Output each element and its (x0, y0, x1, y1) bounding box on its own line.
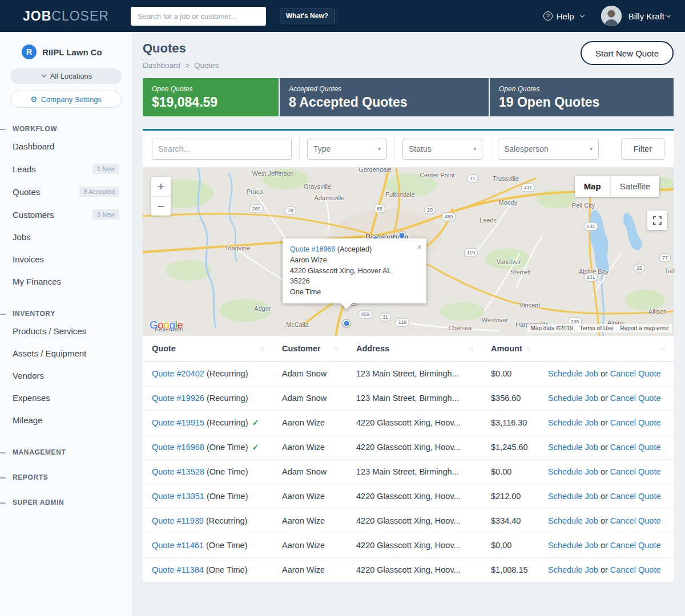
close-icon[interactable]: × (417, 241, 422, 254)
customer-cell: Aaron Wize (273, 484, 347, 509)
stat-card[interactable]: Open Quotes 19 Open Quotes (490, 78, 674, 116)
column-header-amount[interactable]: Amount↑↓ (482, 336, 539, 362)
stats-row: Open Quotes $19,084.59 Accepted Quotes 8… (143, 78, 674, 116)
schedule-job-link[interactable]: Schedule Job (548, 492, 598, 501)
cancel-quote-link[interactable]: Cancel Quote (610, 394, 661, 403)
sidebar-item-my-finances[interactable]: My Finances (0, 270, 132, 293)
cancel-quote-link[interactable]: Cancel Quote (610, 369, 661, 378)
cancel-quote-link[interactable]: Cancel Quote (610, 541, 661, 550)
table-row: Quote #11939 (Recurring)Aaron Wize4220 G… (143, 509, 674, 533)
schedule-job-link[interactable]: Schedule Job (548, 369, 598, 378)
info-window-quote-link[interactable]: Quote #16968 (290, 245, 335, 253)
status-select-value: Status (409, 144, 432, 153)
schedule-job-link[interactable]: Schedule Job (548, 467, 598, 476)
sidebar-item-expenses[interactable]: Expenses (0, 387, 132, 409)
map-canvas[interactable]: GardendaleWest JeffersonCenter PointTrus… (143, 168, 674, 336)
map-view-button[interactable]: Map (575, 176, 610, 197)
company-name: RIIPL Lawn Co (42, 47, 102, 57)
breadcrumb-quotes: Quotes (194, 61, 219, 70)
quote-link[interactable]: Quote #11939 (152, 516, 204, 525)
actions-cell: Schedule Job or Cancel Quote (539, 411, 674, 435)
quote-type-label: (Recurring) (206, 516, 248, 525)
quote-cell: Quote #13351 (One Time) (143, 484, 273, 509)
map-town-label: Talladega (664, 268, 674, 274)
column-header-quote[interactable]: Quote↑↓ (143, 336, 273, 362)
cancel-quote-link[interactable]: Cancel Quote (610, 443, 661, 452)
sidebar-item-dashboard[interactable]: Dashboard (0, 135, 132, 157)
map-marker[interactable] (343, 320, 350, 327)
fullscreen-button[interactable] (647, 210, 667, 230)
sidebar-item-assets-equipment[interactable]: Assets / Equipment (0, 342, 132, 364)
global-search-input[interactable] (131, 7, 266, 26)
locations-dropdown[interactable]: All Locations (10, 68, 122, 84)
zoom-in-button[interactable]: + (151, 177, 171, 196)
chevron-down-icon (41, 72, 46, 76)
user-menu[interactable]: Billy Kraft (628, 11, 670, 21)
whats-new-button[interactable]: What's New? (280, 9, 335, 23)
map-info-window: Quote #16968 (Accepted) Aaron Wize 4220 … (283, 238, 426, 303)
stat-card[interactable]: Open Quotes $19,084.59 (143, 78, 279, 116)
status-select[interactable]: Status ▾ (402, 139, 482, 160)
quote-link[interactable]: Quote #16968 (152, 443, 204, 452)
quote-link[interactable]: Quote #11461 (152, 541, 204, 550)
cancel-quote-link[interactable]: Cancel Quote (610, 467, 661, 476)
actions-cell: Schedule Job or Cancel Quote (539, 484, 674, 509)
map-town-label: West Jefferson (252, 170, 294, 177)
or-label: or (598, 418, 610, 427)
customer-cell: Adam Snow (273, 362, 347, 386)
sidebar-item-customers[interactable]: Customers3 New (0, 203, 132, 226)
quote-link[interactable]: Quote #11384 (152, 565, 204, 574)
terms-of-use-link[interactable]: Terms of Use (580, 325, 614, 331)
sidebar-item-products-services[interactable]: Products / Services (0, 320, 132, 342)
schedule-job-link[interactable]: Schedule Job (548, 565, 598, 574)
sidebar-item-vendors[interactable]: Vendors (0, 364, 132, 387)
quote-link[interactable]: Quote #20402 (152, 369, 204, 378)
quote-link[interactable]: Quote #13351 (152, 492, 204, 501)
actions-cell: Schedule Job or Cancel Quote (539, 435, 674, 460)
company-settings-button[interactable]: ⚙ Company Settings (10, 91, 122, 108)
stat-card[interactable]: Accepted Quotes 8 Accepted Quotes (280, 78, 489, 116)
schedule-job-link[interactable]: Schedule Job (548, 394, 598, 403)
schedule-job-link[interactable]: Schedule Job (548, 418, 598, 427)
sidebar: R RIIPL Lawn Co All Locations ⚙ Company … (0, 32, 132, 616)
schedule-job-link[interactable]: Schedule Job (548, 443, 598, 452)
column-header-actions[interactable]: ↑↓ (539, 336, 674, 362)
schedule-job-link[interactable]: Schedule Job (548, 516, 598, 525)
quote-link[interactable]: Quote #19926 (152, 394, 204, 403)
column-header-customer[interactable]: Customer↑↓ (273, 336, 347, 362)
stat-value: $19,084.59 (152, 95, 269, 110)
sidebar-item-mileage[interactable]: Mileage (0, 409, 132, 431)
cancel-quote-link[interactable]: Cancel Quote (610, 492, 661, 501)
map-town-label: Praco (247, 188, 263, 195)
quote-link[interactable]: Quote #19915 (152, 418, 204, 427)
salesperson-select[interactable]: Salesperson ▾ (498, 139, 599, 160)
sidebar-item-invoices[interactable]: Invoices (0, 248, 132, 270)
quote-link[interactable]: Quote #13528 (152, 467, 204, 476)
filter-button[interactable]: Filter (621, 138, 664, 160)
user-avatar[interactable] (601, 6, 622, 26)
quotes-search-input[interactable] (152, 139, 292, 160)
report-map-error-link[interactable]: Report a map error (620, 325, 668, 331)
zoom-out-button[interactable]: − (151, 196, 171, 216)
breadcrumb-dashboard[interactable]: Dashboard (143, 61, 180, 70)
schedule-job-link[interactable]: Schedule Job (548, 541, 598, 550)
satellite-view-button[interactable]: Satellite (610, 176, 659, 197)
sidebar-item-leads[interactable]: Leads1 New (0, 157, 132, 180)
sidebar-item-jobs[interactable]: Jobs (0, 226, 132, 248)
start-new-quote-button[interactable]: Start New Quote (581, 41, 674, 65)
customer-cell: Aaron Wize (273, 533, 347, 558)
breadcrumb: Dashboard>Quotes (143, 61, 219, 70)
cancel-quote-link[interactable]: Cancel Quote (610, 516, 661, 525)
sidebar-item-quotes[interactable]: Quotes8 Accepted (0, 180, 132, 203)
help-menu[interactable]: ? Help (543, 11, 584, 21)
cancel-quote-link[interactable]: Cancel Quote (610, 418, 661, 427)
actions-cell: Schedule Job or Cancel Quote (539, 558, 674, 582)
quote-type-label: (One Time) (207, 443, 248, 452)
road-shield: 459 (358, 310, 372, 319)
help-icon: ? (543, 11, 553, 21)
type-select[interactable]: Type ▾ (307, 139, 387, 160)
info-window-frequency: One Time (290, 287, 412, 298)
cancel-quote-link[interactable]: Cancel Quote (610, 565, 661, 574)
quote-cell: Quote #11939 (Recurring) (143, 509, 273, 533)
column-header-address[interactable]: Address↑↓ (347, 336, 482, 362)
